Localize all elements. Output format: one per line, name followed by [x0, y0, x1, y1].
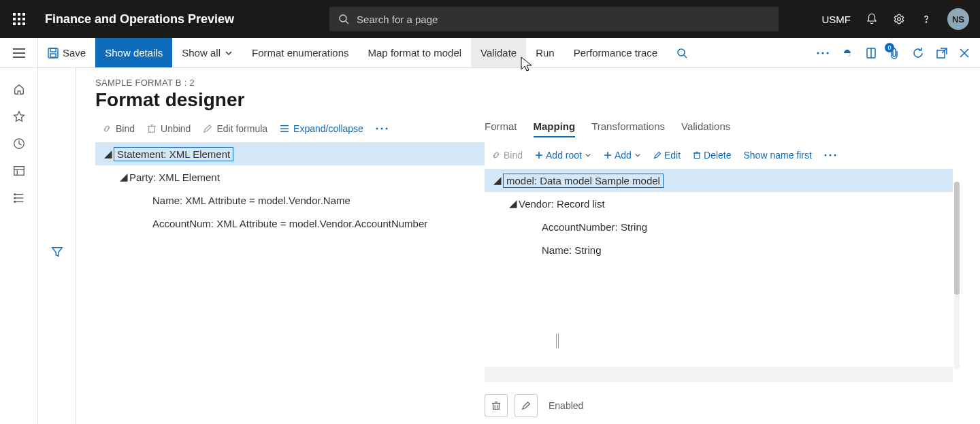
- tree-node-vendor[interactable]: ◢ Vendor: Record list: [485, 192, 953, 215]
- caret-down-icon[interactable]: ◢: [508, 197, 519, 210]
- run-button[interactable]: Run: [526, 38, 564, 67]
- pencil-icon: [203, 124, 212, 133]
- chevron-down-icon: [634, 152, 641, 159]
- svg-point-29: [14, 194, 15, 195]
- content: SAMPLE FORMAT B : 2 Format designer Bind…: [0, 68, 980, 424]
- add-button[interactable]: Add: [604, 150, 641, 161]
- svg-point-51: [834, 154, 836, 157]
- link-icon: [102, 124, 112, 133]
- performance-trace-button[interactable]: Performance trace: [564, 38, 667, 67]
- edit-formula-button[interactable]: Edit formula: [203, 123, 267, 134]
- caret-down-icon[interactable]: ◢: [492, 174, 503, 186]
- office-icon[interactable]: [866, 47, 877, 59]
- refresh-icon[interactable]: [912, 47, 924, 59]
- help-icon[interactable]: [920, 13, 932, 25]
- home-icon[interactable]: [13, 83, 25, 95]
- right-overflow-icon[interactable]: [824, 154, 836, 157]
- scrollbar[interactable]: [954, 182, 960, 370]
- trash-icon: [491, 400, 501, 411]
- show-details-button[interactable]: Show details: [95, 38, 172, 67]
- attachments-icon[interactable]: 0: [889, 47, 900, 59]
- search-cmd-icon[interactable]: [667, 38, 697, 67]
- search-input[interactable]: [357, 14, 770, 25]
- right-toolbar: Bind Add root Add Edit: [485, 144, 953, 166]
- notifications-icon[interactable]: [866, 13, 878, 25]
- app-title: Finance and Operations Preview: [38, 12, 241, 27]
- tab-format[interactable]: Format: [485, 120, 517, 137]
- add-root-button[interactable]: Add root: [535, 150, 591, 161]
- recent-icon[interactable]: [13, 137, 25, 150]
- workspaces-icon[interactable]: [13, 165, 25, 177]
- svg-rect-46: [694, 153, 700, 159]
- popout-icon[interactable]: [936, 48, 947, 59]
- app-bar: Finance and Operations Preview USMF NS: [0, 0, 980, 38]
- mapping-tree[interactable]: ◢ model: Data model Sample model ◢ Vendo…: [485, 169, 953, 261]
- nav-toggle-icon[interactable]: [0, 38, 38, 67]
- plus-icon: [604, 151, 612, 159]
- tree-node-vendor-name[interactable]: Name: String: [485, 238, 953, 261]
- trash-icon: [147, 124, 157, 133]
- left-rail: [0, 68, 38, 424]
- appbar-right: USMF NS: [811, 0, 981, 38]
- properties-strip: [485, 367, 953, 382]
- tree-node-model[interactable]: ◢ model: Data model Sample model: [485, 169, 953, 192]
- svg-point-2: [898, 18, 901, 21]
- settings-icon[interactable]: [893, 13, 905, 25]
- svg-point-41: [385, 128, 387, 130]
- attachments-badge: 0: [885, 43, 894, 52]
- validate-button[interactable]: Validate: [471, 38, 526, 67]
- expand-collapse-button[interactable]: Expand/collapse: [280, 123, 363, 134]
- caret-down-icon[interactable]: ◢: [103, 148, 114, 160]
- caret-down-icon[interactable]: ◢: [118, 171, 129, 183]
- modules-icon[interactable]: [13, 192, 25, 204]
- map-format-to-model-button[interactable]: Map format to model: [359, 38, 472, 67]
- format-structure-panel: Bind Unbind Edit formula Expand/collapse: [95, 120, 485, 424]
- tree-node-name[interactable]: Name: XML Attribute = model.Vendor.Name: [95, 189, 485, 212]
- pencil-icon: [521, 401, 531, 410]
- bind-button[interactable]: Bind: [102, 123, 135, 134]
- svg-rect-9: [50, 54, 56, 57]
- favorites-icon[interactable]: [13, 110, 25, 123]
- filter-icon[interactable]: [51, 79, 63, 424]
- app-launcher-icon[interactable]: [0, 0, 38, 38]
- command-bar: Save Show details Show all Format enumer…: [0, 38, 980, 68]
- save-label: Save: [63, 47, 86, 59]
- svg-rect-23: [14, 167, 23, 176]
- format-tree[interactable]: ◢ Statement: XML Element ◢ Party: XML El…: [95, 142, 485, 235]
- bind-button-right[interactable]: Bind: [491, 150, 523, 161]
- save-button[interactable]: Save: [38, 38, 95, 67]
- search-box[interactable]: [329, 7, 779, 31]
- close-icon[interactable]: [960, 48, 969, 58]
- enabled-label: Enabled: [549, 400, 583, 411]
- tree-node-party[interactable]: ◢ Party: XML Element: [95, 165, 485, 189]
- tree-node-accountnum[interactable]: AccountNum: XML Attribute = model.Vendor…: [95, 212, 485, 235]
- breadcrumb: SAMPLE FORMAT B : 2: [95, 78, 980, 88]
- svg-marker-21: [14, 112, 23, 121]
- tree-node-accountnumber[interactable]: AccountNumber: String: [485, 215, 953, 238]
- svg-line-11: [684, 55, 687, 58]
- svg-point-10: [678, 49, 685, 56]
- show-name-first-button[interactable]: Show name first: [743, 150, 811, 161]
- delete-footer-button[interactable]: [485, 394, 508, 417]
- right-tabs: Format Mapping Transformations Validatio…: [485, 120, 953, 144]
- list-icon: [280, 124, 289, 133]
- tree-node-statement[interactable]: ◢ Statement: XML Element: [95, 142, 485, 165]
- overflow-icon[interactable]: [817, 52, 829, 54]
- tab-transformations[interactable]: Transformations: [591, 120, 665, 137]
- svg-point-40: [380, 128, 382, 130]
- tab-validations[interactable]: Validations: [681, 120, 730, 137]
- format-enumerations-button[interactable]: Format enumerations: [242, 38, 359, 67]
- edit-footer-button[interactable]: [514, 394, 538, 417]
- left-overflow-icon[interactable]: [376, 127, 388, 130]
- dataverse-icon[interactable]: [841, 47, 853, 59]
- pencil-icon: [653, 151, 662, 159]
- show-all-button[interactable]: Show all: [172, 38, 242, 67]
- splitter-handle[interactable]: [556, 333, 560, 348]
- tab-mapping[interactable]: Mapping: [534, 120, 576, 137]
- unbind-button[interactable]: Unbind: [147, 123, 191, 134]
- user-avatar[interactable]: NS: [947, 8, 969, 30]
- company-label[interactable]: USMF: [822, 14, 851, 25]
- edit-button[interactable]: Edit: [653, 150, 681, 161]
- svg-point-13: [821, 52, 823, 54]
- delete-button[interactable]: Delete: [693, 150, 731, 161]
